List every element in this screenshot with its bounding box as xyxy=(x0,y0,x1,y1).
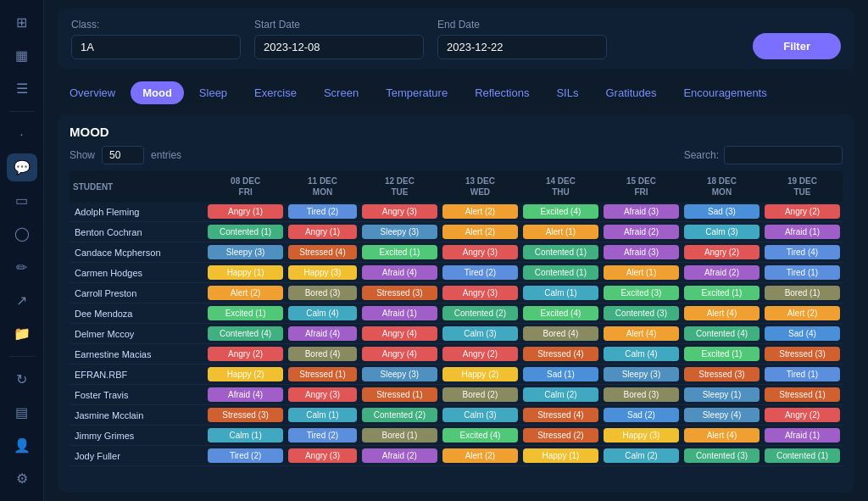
mood-cell-d5: Calm (1) xyxy=(520,283,601,303)
student-name: Benton Cochran xyxy=(70,222,205,242)
tab-sils[interactable]: SILs xyxy=(544,81,590,104)
mood-cell-d1: Afraid (4) xyxy=(205,385,286,405)
mood-cell-d8: Afraid (1) xyxy=(762,222,843,242)
mood-cell-d6: Alert (4) xyxy=(601,324,682,344)
table-controls: Show entries Search: xyxy=(70,146,843,164)
mood-cell-d2: Calm (1) xyxy=(286,405,359,426)
refresh-icon[interactable]: ↻ xyxy=(7,365,37,393)
class-filter-group: Class: 1A1B2A2B xyxy=(71,19,241,59)
tab-sleep[interactable]: Sleep xyxy=(187,81,239,104)
filter-button[interactable]: Filter xyxy=(753,33,841,59)
mood-cell-d6: Afraid (2) xyxy=(601,222,682,242)
mood-cell-d4: Alert (2) xyxy=(440,222,520,242)
tab-exercise[interactable]: Exercise xyxy=(242,81,309,104)
share-icon[interactable]: ↗ xyxy=(7,287,37,315)
tab-screen[interactable]: Screen xyxy=(312,81,370,104)
mood-cell-d1: Angry (1) xyxy=(205,202,286,222)
mood-cell-d1: Alert (2) xyxy=(205,283,286,303)
mood-cell-d2: Angry (3) xyxy=(286,446,359,466)
mood-cell-d1: Contented (4) xyxy=(205,324,286,344)
mood-cell-d5: Happy (1) xyxy=(520,446,601,466)
mood-cell-d3: Angry (3) xyxy=(359,202,440,222)
mood-cell-d1: Excited (1) xyxy=(205,303,286,324)
mood-cell-d1: Tired (2) xyxy=(205,446,286,466)
mood-cell-d2: Bored (3) xyxy=(286,283,359,303)
student-name: Foster Travis xyxy=(70,385,205,405)
mood-cell-d5: Contented (1) xyxy=(520,263,601,283)
mood-cell-d4: Tired (2) xyxy=(440,263,520,283)
mood-cell-d3: Stressed (3) xyxy=(359,283,440,303)
col-student[interactable]: STUDENT xyxy=(70,171,205,202)
edit-icon[interactable]: ✏ xyxy=(7,253,37,281)
student-name: Jody Fuller xyxy=(70,446,205,466)
col-d6[interactable]: 15 DECFRI xyxy=(601,171,682,202)
mood-cell-d6: Alert (1) xyxy=(601,263,682,283)
class-label: Class: xyxy=(71,19,241,31)
tab-temperature[interactable]: Temperature xyxy=(374,81,459,104)
mood-cell-d1: Angry (2) xyxy=(205,344,286,365)
mood-cell-d2: Tired (2) xyxy=(286,202,359,222)
mood-cell-d7: Alert (4) xyxy=(682,426,762,446)
mood-cell-d6: Happy (3) xyxy=(601,426,682,446)
col-d5[interactable]: 14 DECTHU xyxy=(520,171,601,202)
gear-icon[interactable]: ⚙ xyxy=(7,465,37,493)
end-date-input[interactable] xyxy=(437,35,607,59)
message-icon[interactable]: 💬 xyxy=(7,153,37,181)
bar-chart-icon[interactable]: ▤ xyxy=(7,398,37,426)
mood-cell-d5: Excited (4) xyxy=(520,202,601,222)
mood-cell-d8: Stressed (1) xyxy=(762,385,843,405)
col-d7[interactable]: 18 DECMON xyxy=(682,171,762,202)
mood-cell-d4: Happy (2) xyxy=(440,365,520,385)
menu-icon[interactable]: ☰ xyxy=(7,75,37,103)
dot-icon[interactable]: · xyxy=(7,120,37,148)
mood-cell-d5: Excited (4) xyxy=(520,303,601,324)
col-d4[interactable]: 13 DECWED xyxy=(440,171,520,202)
tab-mood[interactable]: Mood xyxy=(131,81,184,104)
mood-cell-d2: Angry (3) xyxy=(286,385,359,405)
end-date-label: End Date xyxy=(437,19,607,31)
col-d1[interactable]: 08 DECFRI xyxy=(205,171,286,202)
table-row: Foster TravisAfraid (4)Angry (3)Stressed… xyxy=(70,385,843,405)
mood-cell-d3: Stressed (1) xyxy=(359,385,440,405)
mood-cell-d3: Excited (1) xyxy=(359,242,440,263)
tab-reflections[interactable]: Reflections xyxy=(463,81,541,104)
mood-cell-d6: Excited (3) xyxy=(601,283,682,303)
table-row: EFRAN.RBFHappy (2)Stressed (1)Sleepy (3)… xyxy=(70,365,843,385)
mood-cell-d7: Alert (4) xyxy=(682,303,762,324)
student-name: Carmen Hodges xyxy=(70,263,205,283)
person-icon[interactable]: 👤 xyxy=(7,431,37,459)
chart-icon[interactable]: ▦ xyxy=(7,42,37,70)
tab-bar: OverviewMoodSleepExerciseScreenTemperatu… xyxy=(58,81,854,104)
mood-cell-d6: Sad (2) xyxy=(601,405,682,426)
mood-title: MOOD xyxy=(70,125,843,139)
tab-gratitudes[interactable]: Gratitudes xyxy=(593,81,668,104)
table-row: Jimmy GrimesCalm (1)Tired (2)Bored (1)Ex… xyxy=(70,426,843,446)
home-icon[interactable]: ⊞ xyxy=(7,8,37,36)
search-box: Search: xyxy=(684,146,843,164)
circle-icon[interactable]: ◯ xyxy=(7,220,37,248)
tab-overview[interactable]: Overview xyxy=(58,81,127,104)
mood-cell-d4: Alert (2) xyxy=(440,446,520,466)
student-name: Carroll Preston xyxy=(70,283,205,303)
table-row: Adolph FlemingAngry (1)Tired (2)Angry (3… xyxy=(70,202,843,222)
mood-cell-d4: Angry (2) xyxy=(440,344,520,365)
start-date-input[interactable] xyxy=(254,35,424,59)
mood-cell-d8: Angry (2) xyxy=(762,405,843,426)
search-input[interactable] xyxy=(724,146,843,164)
entries-input[interactable] xyxy=(102,146,144,164)
folder-icon[interactable]: 📁 xyxy=(7,320,37,348)
table-row: Dee MendozaExcited (1)Calm (4)Afraid (1)… xyxy=(70,303,843,324)
mood-cell-d4: Contented (2) xyxy=(440,303,520,324)
mood-cell-d7: Excited (1) xyxy=(682,344,762,365)
mood-cell-d8: Sad (4) xyxy=(762,324,843,344)
mood-cell-d8: Contented (1) xyxy=(762,446,843,466)
class-select[interactable]: 1A1B2A2B xyxy=(71,35,241,59)
sidebar: ⊞ ▦ ☰ · 💬 ▭ ◯ ✏ ↗ 📁 ↻ ▤ 👤 ⚙ xyxy=(0,0,44,501)
mood-cell-d7: Stressed (3) xyxy=(682,365,762,385)
col-d3[interactable]: 12 DECTUE xyxy=(359,171,440,202)
col-d8[interactable]: 19 DECTUE xyxy=(762,171,843,202)
monitor-icon[interactable]: ▭ xyxy=(7,186,37,214)
sidebar-divider-2 xyxy=(9,356,35,357)
col-d2[interactable]: 11 DECMON xyxy=(286,171,359,202)
tab-encouragements[interactable]: Encouragements xyxy=(671,81,778,104)
